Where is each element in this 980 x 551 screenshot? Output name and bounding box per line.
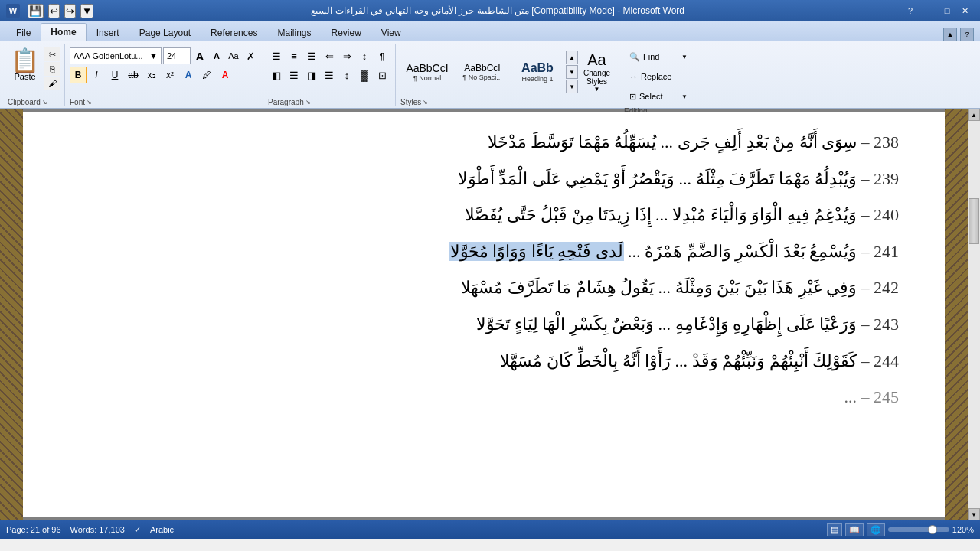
font-label: Font ↘ (70, 96, 92, 106)
tab-insert[interactable]: Insert (87, 24, 129, 41)
cut-button[interactable]: ✂ (44, 47, 60, 61)
styles-scroll-down[interactable]: ▼ (566, 65, 578, 79)
status-bar: Page: 21 of 96 Words: 17,103 ✓ Arabic ▤ … (0, 520, 980, 539)
multilevel-button[interactable]: ☰ (303, 47, 320, 64)
clipboard-label: Clipboard ↘ (8, 96, 47, 106)
styles-list: AaBbCcI ¶ Normal AaBbCcI ¶ No Spaci... A… (400, 49, 564, 95)
change-styles-label: ChangeStyles (583, 69, 610, 86)
style-heading1-name: Heading 1 (521, 75, 553, 83)
tab-page-layout[interactable]: Page Layout (129, 24, 201, 41)
tab-review[interactable]: Review (321, 24, 371, 41)
word-count: Words: 17,103 (70, 525, 125, 535)
language-indicator[interactable]: Arabic (150, 525, 174, 535)
font-shrink-button[interactable]: A (209, 47, 224, 64)
style-nospacing-preview: AaBbCcI (464, 63, 500, 73)
line-spacing-button[interactable]: ↕ (338, 67, 355, 83)
align-right-button[interactable]: ◨ (303, 67, 320, 83)
text-effects-button[interactable]: A (180, 67, 197, 83)
style-heading1[interactable]: AaBb Heading 1 (511, 51, 564, 93)
ribbon-minimize-button[interactable]: ▲ (943, 28, 957, 41)
tab-references[interactable]: References (201, 24, 267, 41)
change-styles-button[interactable]: Aa ChangeStyles ▼ (580, 47, 614, 96)
font-grow-button[interactable]: A (192, 47, 207, 64)
numbering-button[interactable]: ≡ (286, 47, 302, 64)
strikethrough-button[interactable]: ab (125, 67, 142, 83)
scroll-up-button[interactable]: ▲ (968, 109, 980, 121)
highlight-button[interactable]: 🖊 (198, 67, 215, 83)
styles-scroll: ▲ ▼ ▼ (566, 51, 578, 93)
superscript-button[interactable]: x² (162, 67, 178, 83)
tab-mailings[interactable]: Mailings (267, 24, 321, 41)
help-ribbon-button[interactable]: ? (960, 28, 974, 41)
styles-scroll-up[interactable]: ▲ (566, 51, 578, 64)
font-name-dropdown[interactable]: AAA GoldenLotu... ▼ (70, 47, 162, 64)
paragraph-expand-icon[interactable]: ↘ (305, 99, 311, 106)
minimize-button[interactable]: ─ (920, 4, 937, 18)
change-case-button[interactable]: Aa (226, 47, 241, 64)
title-left: W 💾 ↩ ↪ ▼ (6, 4, 93, 18)
clear-formatting-button[interactable]: ✗ (243, 47, 258, 64)
center-button[interactable]: ☰ (286, 67, 302, 83)
styles-more-button[interactable]: ▼ (566, 80, 578, 93)
line-244: 244 – كَقَوْلِكَ أَنْبِئْهُمْ وَنَبِّئْه… (69, 346, 899, 377)
bold-button[interactable]: B (70, 67, 87, 83)
window-controls: ? ─ □ ✕ (902, 4, 974, 18)
increase-indent-button[interactable]: ⇒ (338, 47, 355, 64)
save-button[interactable]: 💾 (28, 4, 44, 18)
close-button[interactable]: ✕ (957, 4, 974, 18)
view-reading-button[interactable]: 📖 (845, 523, 864, 536)
tab-home[interactable]: Home (41, 23, 86, 41)
copy-button[interactable]: ⎘ (44, 62, 60, 76)
paste-button[interactable]: 📋 Paste (8, 47, 42, 83)
zoom-thumb (928, 525, 937, 534)
view-normal-button[interactable]: ▤ (827, 523, 842, 536)
find-arrow: ▼ (681, 54, 688, 60)
font-size-input[interactable]: 24 (163, 47, 191, 64)
sort-button[interactable]: ↕ (356, 47, 373, 64)
subscript-button[interactable]: x₂ (143, 67, 160, 83)
styles-label: Styles ↘ (400, 96, 428, 106)
find-button[interactable]: 🔍 Find ▼ (624, 47, 693, 66)
align-left-button[interactable]: ◧ (268, 67, 285, 83)
zoom-level: 120% (952, 525, 974, 534)
select-button[interactable]: ⊡ Select ▼ (624, 87, 693, 106)
find-icon: 🔍 (629, 52, 640, 62)
scroll-thumb[interactable] (969, 198, 979, 244)
change-styles-icon: Aa (587, 51, 606, 69)
styles-expand-icon[interactable]: ↘ (423, 99, 428, 106)
spell-check-icon: ✓ (134, 525, 141, 535)
scroll-down-button[interactable]: ▼ (968, 508, 980, 520)
tab-view[interactable]: View (371, 24, 411, 41)
format-painter-button[interactable]: 🖌 (44, 77, 60, 90)
tab-file[interactable]: File (6, 24, 41, 41)
decrease-indent-button[interactable]: ⇐ (321, 47, 338, 64)
scroll-track[interactable] (968, 121, 980, 508)
border-button[interactable]: ⊡ (374, 67, 390, 83)
help-button[interactable]: ? (902, 4, 919, 18)
font-expand-icon[interactable]: ↘ (87, 99, 92, 106)
replace-button[interactable]: ↔ Replace (624, 67, 693, 86)
redo-button[interactable]: ↪ (64, 4, 76, 18)
line-240: 240 – وَيُدْغِمُ فِيهِ الْوَاوَ وَالْيَا… (69, 200, 899, 230)
maximize-button[interactable]: □ (939, 4, 956, 18)
underline-button[interactable]: U (106, 67, 123, 83)
bullets-button[interactable]: ☰ (268, 47, 285, 64)
view-web-button[interactable]: 🌐 (867, 523, 885, 536)
qa-dropdown-button[interactable]: ▼ (80, 4, 93, 18)
line-242: 242 – وَفِي غَيْرِ هَذَا بَيْنَ بَيْنَ و… (69, 272, 899, 303)
justify-button[interactable]: ☰ (321, 67, 338, 83)
zoom-slider[interactable] (888, 527, 949, 532)
line-241: 241 – وَيُسْمِعُ بَعْدَ الْكَسْرِ وَالضَ… (69, 236, 899, 267)
para-row1: ☰ ≡ ☰ ⇐ ⇒ ↕ ¶ (268, 47, 390, 64)
font-color-button[interactable]: A (217, 67, 234, 83)
italic-button[interactable]: I (88, 67, 105, 83)
style-normal[interactable]: AaBbCcI ¶ Normal (400, 51, 454, 93)
undo-button[interactable]: ↩ (48, 4, 60, 18)
page-info: Page: 21 of 96 (6, 525, 61, 535)
clipboard-expand-icon[interactable]: ↘ (42, 99, 47, 106)
style-no-spacing[interactable]: AaBbCcI ¶ No Spaci... (456, 51, 509, 93)
editing-group: 🔍 Find ▼ ↔ Replace ⊡ Select ▼ Editing (619, 44, 697, 106)
show-marks-button[interactable]: ¶ (374, 47, 390, 64)
shading-button[interactable]: ▓ (356, 67, 373, 83)
document-content[interactable]: 238 – سِوَى أَنَّهُ مِنْ بَعْدِ أَلِفٍ ج… (23, 112, 945, 517)
